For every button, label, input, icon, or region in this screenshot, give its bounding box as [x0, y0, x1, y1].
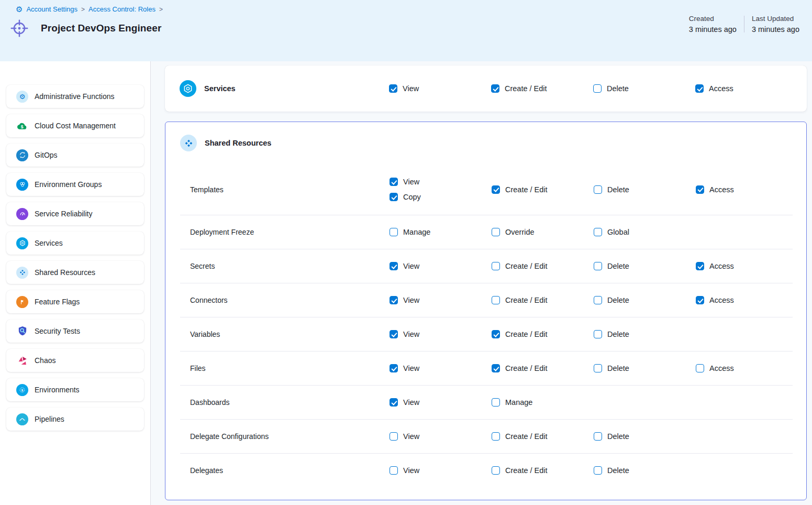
- shared-resources-card-title: Shared Resources: [205, 139, 271, 147]
- checked-checkbox-icon[interactable]: [390, 193, 398, 201]
- permission-row-label: Secrets: [180, 262, 390, 270]
- unchecked-checkbox-icon[interactable]: [594, 466, 602, 475]
- connectors-view-checkbox[interactable]: View: [390, 296, 492, 304]
- variables-delete-checkbox[interactable]: Delete: [594, 330, 696, 338]
- templates-access-checkbox[interactable]: Access: [696, 185, 793, 194]
- permission-row-label: Variables: [180, 330, 390, 338]
- unchecked-checkbox-icon[interactable]: [390, 228, 398, 236]
- unchecked-checkbox-icon[interactable]: [594, 364, 602, 372]
- variables-create-edit-checkbox[interactable]: Create / Edit: [492, 330, 594, 338]
- sidebar-item-cloud-cost-management[interactable]: $Cloud Cost Management: [6, 114, 144, 137]
- services-create-edit-checkbox[interactable]: Create / Edit: [491, 84, 593, 93]
- unchecked-checkbox-icon[interactable]: [390, 432, 398, 441]
- connectors-access-checkbox[interactable]: Access: [696, 296, 793, 304]
- checked-checkbox-icon[interactable]: [696, 262, 704, 270]
- unchecked-checkbox-icon[interactable]: [594, 185, 602, 194]
- sidebar-item-security-tests[interactable]: Security Tests: [6, 320, 144, 343]
- secrets-delete-checkbox[interactable]: Delete: [594, 262, 696, 270]
- permission-row-delegate-configurations: Delegate ConfigurationsViewCreate / Edit…: [180, 419, 793, 453]
- checked-checkbox-icon[interactable]: [390, 398, 398, 407]
- permission-cell: View: [390, 364, 492, 372]
- deployment-freeze-override-checkbox[interactable]: Override: [492, 228, 594, 236]
- unchecked-checkbox-icon[interactable]: [492, 432, 500, 441]
- checked-checkbox-icon[interactable]: [390, 330, 398, 338]
- checked-checkbox-icon[interactable]: [390, 178, 398, 186]
- files-create-edit-checkbox[interactable]: Create / Edit: [492, 364, 594, 372]
- services-delete-checkbox[interactable]: Delete: [593, 84, 695, 93]
- permission-cell: Create / Edit: [492, 466, 594, 475]
- delegate-configurations-view-checkbox[interactable]: View: [390, 432, 492, 441]
- sidebar-item-feature-flags[interactable]: Feature Flags: [6, 290, 144, 313]
- unchecked-checkbox-icon[interactable]: [594, 330, 602, 338]
- delegates-create-edit-checkbox[interactable]: Create / Edit: [492, 466, 594, 475]
- secrets-view-checkbox[interactable]: View: [390, 262, 492, 270]
- connectors-create-edit-checkbox[interactable]: Create / Edit: [492, 296, 594, 304]
- unchecked-checkbox-icon[interactable]: [594, 262, 602, 270]
- sidebar-item-pipelines[interactable]: Pipelines: [6, 408, 144, 431]
- services-view-checkbox[interactable]: View: [389, 84, 491, 93]
- files-view-checkbox[interactable]: View: [390, 364, 492, 372]
- permission-cell: Create / Edit: [492, 432, 594, 441]
- checked-checkbox-icon[interactable]: [491, 84, 499, 93]
- delegate-configurations-delete-checkbox[interactable]: Delete: [594, 432, 696, 441]
- delegates-view-checkbox[interactable]: View: [390, 466, 492, 475]
- unchecked-checkbox-icon[interactable]: [593, 84, 602, 93]
- environments-icon: $: [16, 384, 28, 396]
- unchecked-checkbox-icon[interactable]: [492, 296, 500, 304]
- unchecked-checkbox-icon[interactable]: [594, 296, 602, 304]
- services-access-checkbox[interactable]: Access: [695, 84, 792, 93]
- checked-checkbox-icon[interactable]: [390, 296, 398, 304]
- unchecked-checkbox-icon[interactable]: [696, 364, 704, 372]
- secrets-access-checkbox[interactable]: Access: [696, 262, 793, 270]
- sidebar-item-service-reliability[interactable]: Service Reliability: [6, 202, 144, 225]
- unchecked-checkbox-icon[interactable]: [492, 262, 500, 270]
- dashboards-manage-checkbox[interactable]: Manage: [492, 398, 594, 407]
- unchecked-checkbox-icon[interactable]: [492, 228, 500, 236]
- sidebar-item-gitops[interactable]: GitOps: [6, 144, 144, 167]
- checked-checkbox-icon[interactable]: [389, 84, 397, 93]
- dashboards-view-checkbox[interactable]: View: [390, 398, 492, 407]
- checkbox-label: Create / Edit: [505, 330, 548, 338]
- breadcrumb-access-control-roles[interactable]: Access Control: Roles: [88, 5, 155, 13]
- sidebar-item-environment-groups[interactable]: Environment Groups: [6, 173, 144, 196]
- templates-delete-checkbox[interactable]: Delete: [594, 185, 696, 194]
- delegates-delete-checkbox[interactable]: Delete: [594, 466, 696, 475]
- checked-checkbox-icon[interactable]: [696, 185, 704, 194]
- unchecked-checkbox-icon[interactable]: [594, 228, 602, 236]
- unchecked-checkbox-icon[interactable]: [594, 432, 602, 441]
- unchecked-checkbox-icon[interactable]: [492, 466, 500, 475]
- checked-checkbox-icon[interactable]: [390, 364, 398, 372]
- permission-row-label: Dashboards: [180, 398, 390, 407]
- files-delete-checkbox[interactable]: Delete: [594, 364, 696, 372]
- sidebar-item-shared-resources[interactable]: Shared Resources: [6, 261, 144, 284]
- sidebar-item-services[interactable]: Services: [6, 232, 144, 255]
- checkbox-label: View: [403, 84, 419, 93]
- templates-copy-checkbox[interactable]: Copy: [390, 193, 492, 201]
- templates-view-checkbox[interactable]: View: [390, 178, 492, 186]
- checked-checkbox-icon[interactable]: [492, 330, 500, 338]
- connectors-delete-checkbox[interactable]: Delete: [594, 296, 696, 304]
- sidebar-item-chaos[interactable]: Chaos: [6, 349, 144, 372]
- deployment-freeze-manage-checkbox[interactable]: Manage: [390, 228, 492, 236]
- checked-checkbox-icon[interactable]: [695, 84, 704, 93]
- delegate-configurations-create-edit-checkbox[interactable]: Create / Edit: [492, 432, 594, 441]
- checked-checkbox-icon[interactable]: [492, 185, 500, 194]
- templates-create-edit-checkbox[interactable]: Create / Edit: [492, 185, 594, 194]
- checked-checkbox-icon[interactable]: [492, 364, 500, 372]
- sidebar-item-administrative-functions[interactable]: ⚙Administrative Functions: [6, 85, 144, 108]
- permission-row-deployment-freeze: Deployment FreezeManageOverrideGlobal: [180, 215, 793, 249]
- variables-view-checkbox[interactable]: View: [390, 330, 492, 338]
- checkbox-label: Create / Edit: [505, 432, 548, 441]
- checked-checkbox-icon[interactable]: [696, 296, 704, 304]
- deployment-freeze-global-checkbox[interactable]: Global: [594, 228, 696, 236]
- breadcrumb-account-settings[interactable]: Account Settings: [26, 5, 77, 13]
- shared-resources-permission-card: Shared Resources TemplatesViewCopyCreate…: [165, 122, 807, 500]
- checked-checkbox-icon[interactable]: [390, 262, 398, 270]
- permission-cell: View: [390, 466, 492, 475]
- permission-row-dashboards: DashboardsViewManage: [180, 385, 793, 419]
- sidebar-item-environments[interactable]: $Environments: [6, 378, 144, 401]
- files-access-checkbox[interactable]: Access: [696, 364, 793, 372]
- unchecked-checkbox-icon[interactable]: [492, 398, 500, 407]
- unchecked-checkbox-icon[interactable]: [390, 466, 398, 475]
- secrets-create-edit-checkbox[interactable]: Create / Edit: [492, 262, 594, 270]
